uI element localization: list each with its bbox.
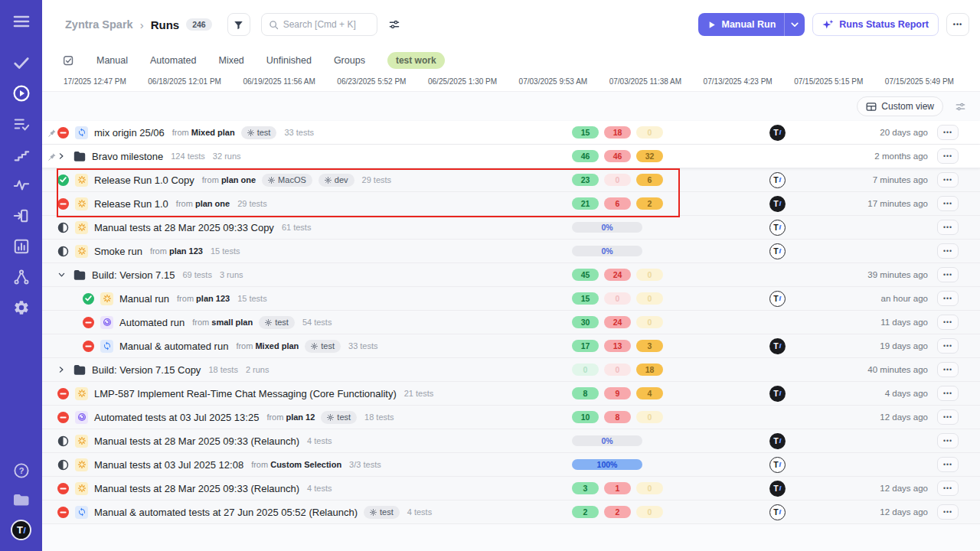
run-row[interactable]: LMP-587 Implement Real-Time Chat Messagi… (42, 382, 980, 406)
tab-groups[interactable]: Groups (334, 55, 365, 66)
view-settings-icon[interactable] (388, 18, 400, 31)
tab-automated[interactable]: Automated (150, 55, 196, 66)
run-title[interactable]: Manual & automated run (119, 341, 228, 352)
runs-icon[interactable] (12, 84, 31, 103)
run-row[interactable]: Build: Version 7.15 Copy18 tests2 runs00… (42, 358, 980, 382)
settings-icon[interactable] (12, 298, 31, 317)
tag-badge[interactable]: test (241, 126, 277, 139)
tag-badge[interactable]: MacOS (262, 174, 312, 187)
activity-icon[interactable] (12, 176, 31, 194)
row-actions-button[interactable]: ••• (937, 457, 959, 472)
tag-badge[interactable]: test (364, 506, 400, 519)
run-row[interactable]: Smoke runfrom plan 12315 tests0%T••• (42, 240, 980, 263)
run-title[interactable]: Manual tests at 28 Mar 2025 09:33 (Relau… (94, 435, 299, 447)
user-avatar[interactable]: T (11, 520, 31, 540)
runs-status-report-button[interactable]: Runs Status Report (812, 13, 939, 36)
run-row[interactable]: Build: Version 7.1569 tests3 runs4524039… (42, 263, 980, 287)
run-title[interactable]: Manual tests at 03 Jul 2025 12:08 (94, 459, 243, 471)
assignee-avatar[interactable]: T (769, 433, 786, 449)
run-title[interactable]: LMP-587 Implement Real-Time Chat Messagi… (94, 388, 397, 399)
assignee-avatar[interactable]: T (769, 196, 786, 212)
assignee-avatar[interactable]: T (769, 220, 786, 236)
assignee-avatar[interactable]: T (769, 338, 786, 354)
row-actions-button[interactable]: ••• (937, 243, 959, 259)
assignee-avatar[interactable]: T (769, 125, 786, 141)
run-title[interactable]: Automated tests at 03 Jul 2025 13:25 (94, 412, 259, 423)
run-row[interactable]: Manual tests at 28 Mar 2025 09:33 Copy61… (42, 216, 980, 240)
run-row[interactable]: Bravo milestone124 tests32 runs4646322 m… (42, 145, 980, 168)
run-title[interactable]: Manual run (119, 293, 169, 305)
import-icon[interactable] (12, 207, 31, 225)
run-row[interactable]: Manual tests at 03 Jul 2025 12:08from Cu… (42, 453, 980, 477)
menu-icon[interactable] (12, 12, 31, 31)
filter-button[interactable] (227, 13, 250, 36)
row-actions-button[interactable]: ••• (937, 267, 959, 282)
run-title[interactable]: Build: Version 7.15 Copy (92, 364, 201, 376)
header-more-button[interactable]: ••• (946, 13, 969, 36)
assignee-avatar[interactable]: T (769, 504, 786, 520)
run-title[interactable]: Smoke run (94, 246, 142, 257)
projects-icon[interactable] (12, 491, 31, 509)
steps-icon[interactable] (12, 145, 31, 164)
run-title[interactable]: Release Run 1.0 Copy (94, 174, 194, 186)
row-actions-button[interactable]: ••• (937, 315, 959, 330)
run-title[interactable]: mix origin 25/06 (94, 127, 165, 139)
custom-view-button[interactable]: Custom view (857, 96, 943, 116)
tag-badge[interactable]: dev (318, 174, 354, 187)
run-title[interactable]: Manual & automated tests at 27 Jun 2025 … (94, 507, 358, 518)
assignee-avatar[interactable]: T (769, 481, 786, 497)
checklist-icon[interactable] (12, 115, 31, 133)
run-title[interactable]: Bravo milestone (92, 151, 163, 162)
row-actions-button[interactable]: ••• (937, 504, 959, 520)
row-actions-button[interactable]: ••• (937, 386, 959, 401)
manual-run-button[interactable]: Manual Run (698, 13, 805, 36)
expand-chevron-icon[interactable] (57, 152, 67, 160)
run-row[interactable]: Automated tests at 03 Jul 2025 13:25from… (42, 406, 980, 429)
search-box[interactable] (261, 13, 377, 36)
run-row[interactable]: Manual runfrom plan 12315 tests1500Tan h… (42, 287, 980, 311)
search-input[interactable] (283, 19, 368, 30)
run-row[interactable]: mix origin 25/06from Mixed plantest33 te… (42, 121, 980, 145)
run-title[interactable]: Build: Version 7.15 (92, 269, 175, 281)
assignee-avatar[interactable]: T (769, 172, 786, 188)
run-title[interactable]: Automated run (119, 317, 185, 328)
row-actions-button[interactable]: ••• (937, 291, 959, 306)
row-actions-button[interactable]: ••• (937, 433, 959, 448)
tab-unfinished[interactable]: Unfinished (266, 55, 312, 66)
manual-run-dropdown[interactable] (784, 13, 805, 36)
run-row[interactable]: Automated runfrom small plantest54 tests… (42, 311, 980, 334)
row-actions-button[interactable]: ••• (937, 125, 959, 140)
run-title[interactable]: Manual tests at 28 Mar 2025 09:33 (Relau… (94, 483, 299, 494)
tag-badge[interactable]: test (259, 316, 295, 329)
row-actions-button[interactable]: ••• (937, 481, 959, 496)
row-actions-button[interactable]: ••• (937, 220, 959, 235)
row-actions-button[interactable]: ••• (937, 172, 959, 187)
run-row[interactable]: Manual tests at 28 Mar 2025 09:33 (Relau… (42, 477, 980, 500)
run-row[interactable]: Release Run 1.0from plan one29 tests2162… (42, 192, 980, 216)
run-row[interactable]: Release Run 1.0 Copyfrom plan oneMacOSde… (42, 168, 980, 192)
run-row[interactable]: Manual & automated runfrom Mixed plantes… (42, 334, 980, 358)
analytics-icon[interactable] (12, 237, 31, 256)
tag-badge[interactable]: test (305, 340, 341, 353)
row-actions-button[interactable]: ••• (937, 362, 959, 377)
run-title[interactable]: Release Run 1.0 (94, 198, 168, 210)
row-actions-button[interactable]: ••• (937, 338, 959, 354)
assignee-avatar[interactable]: T (769, 386, 786, 402)
check-icon[interactable] (12, 54, 31, 72)
assignee-avatar[interactable]: T (769, 291, 786, 307)
assignee-avatar[interactable]: T (769, 457, 786, 473)
active-filter-tag[interactable]: test work (387, 52, 445, 69)
run-row[interactable]: Manual & automated tests at 27 Jun 2025 … (42, 500, 980, 524)
assignee-avatar[interactable]: T (769, 243, 786, 259)
list-settings-icon[interactable] (955, 101, 966, 112)
collapse-chevron-icon[interactable] (57, 271, 67, 279)
help-icon[interactable]: ? (12, 461, 31, 480)
tag-badge[interactable]: test (321, 411, 357, 424)
row-actions-button[interactable]: ••• (937, 148, 959, 164)
row-actions-button[interactable]: ••• (937, 196, 959, 211)
expand-chevron-icon[interactable] (57, 366, 67, 373)
row-actions-button[interactable]: ••• (937, 409, 959, 425)
tab-mixed[interactable]: Mixed (218, 55, 243, 66)
branch-icon[interactable] (12, 268, 31, 286)
select-runs-icon[interactable] (63, 55, 74, 67)
